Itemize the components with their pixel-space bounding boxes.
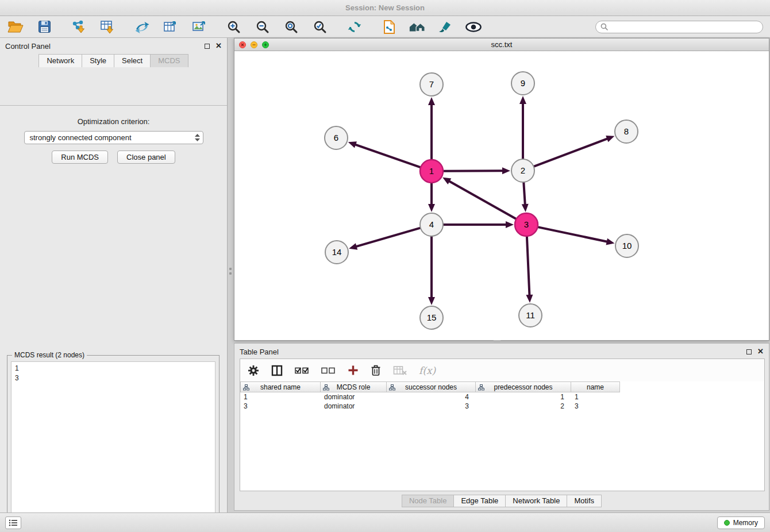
tab-style[interactable]: Style [82, 54, 114, 67]
close-table-panel-icon[interactable]: ✕ [757, 349, 764, 354]
node-label: 9 [521, 78, 525, 88]
network-edge-2-8[interactable] [534, 139, 607, 167]
run-mcds-button[interactable]: Run MCDS [52, 151, 108, 164]
float-panel-icon[interactable] [205, 44, 210, 49]
maximize-window-icon[interactable] [262, 41, 269, 48]
network-edge-1-2[interactable] [443, 171, 502, 171]
cell-predecessor-nodes[interactable]: 2 [476, 402, 571, 410]
search-field[interactable] [595, 21, 763, 33]
optimization-criterion-select[interactable]: strongly connected component [24, 131, 203, 144]
optimization-criterion-label: Optimization criterion: [0, 117, 227, 126]
select-all-columns-button[interactable] [295, 366, 309, 375]
zoom-fit-button[interactable] [283, 19, 300, 35]
network-node-4[interactable]: 4 [420, 213, 443, 236]
create-column-button[interactable] [348, 365, 359, 376]
network-node-6[interactable]: 6 [325, 126, 348, 149]
network-node-1[interactable]: 1 [420, 160, 443, 183]
function-builder-button[interactable]: f(x) [419, 365, 436, 376]
splitter-grip-icon [229, 268, 232, 275]
network-window-title: scc.txt [491, 40, 513, 49]
network-canvas[interactable]: 7968124314101511 [234, 51, 769, 340]
save-session-button[interactable] [36, 19, 53, 35]
table-row[interactable]: 1 dominator 4 1 1 [240, 392, 764, 402]
delete-table-button[interactable] [393, 365, 407, 376]
column-header-mcds-role[interactable]: MCDS role [321, 381, 387, 392]
network-node-7[interactable]: 7 [420, 73, 443, 96]
tab-network[interactable]: Network [38, 54, 82, 67]
import-network-button[interactable] [70, 19, 87, 35]
tab-select[interactable]: Select [114, 54, 150, 67]
search-input[interactable] [611, 23, 758, 31]
cell-predecessor-nodes[interactable]: 1 [476, 393, 571, 401]
task-history-button[interactable] [5, 516, 21, 529]
refresh-button[interactable] [346, 19, 363, 35]
visibility-button[interactable] [465, 19, 482, 35]
unselect-all-columns-button[interactable] [321, 366, 336, 375]
new-table-button[interactable] [162, 19, 179, 35]
table-row[interactable]: 3 dominator 3 2 3 [240, 402, 764, 411]
tab-node-table[interactable]: Node Table [402, 495, 454, 507]
table-settings-button[interactable] [248, 365, 259, 376]
minimize-window-icon[interactable] [251, 41, 257, 48]
mcds-result-list[interactable]: 1 3 [11, 361, 215, 532]
open-file-button[interactable] [7, 19, 24, 35]
close-panel-icon[interactable]: ✕ [215, 43, 222, 49]
tab-network-table[interactable]: Network Table [505, 495, 567, 507]
network-node-8[interactable]: 8 [615, 120, 638, 143]
node-table-header: shared name MCDS role [240, 381, 764, 392]
clone-network-button[interactable] [380, 19, 398, 35]
float-table-panel-icon[interactable] [746, 349, 752, 354]
column-header-name[interactable]: name [571, 381, 620, 392]
cell-mcds-role[interactable]: dominator [321, 393, 387, 401]
memory-button[interactable]: Memory [717, 516, 765, 529]
network-node-11[interactable]: 11 [519, 304, 542, 327]
table-arrow-icon [163, 20, 178, 34]
network-node-10[interactable]: 10 [615, 234, 638, 257]
style-button[interactable] [437, 19, 454, 35]
column-header-shared-name[interactable]: shared name [240, 381, 321, 392]
network-edge-3-10[interactable] [538, 227, 607, 241]
column-header-predecessor-nodes[interactable]: predecessor nodes [476, 381, 571, 392]
network-edge-2-3[interactable] [523, 182, 525, 204]
tab-mcds[interactable]: MCDS [150, 54, 188, 67]
show-columns-button[interactable] [271, 365, 283, 376]
network-edge-3-1[interactable] [449, 182, 516, 219]
network-node-2[interactable]: 2 [511, 159, 534, 182]
cell-mcds-role[interactable]: dominator [321, 402, 387, 410]
network-node-15[interactable]: 15 [420, 306, 443, 329]
import-table-button[interactable] [99, 19, 116, 35]
network-node-3[interactable]: 3 [515, 213, 538, 236]
horizontal-splitter-grip-icon[interactable] [493, 340, 501, 342]
export-image-button[interactable] [191, 19, 208, 35]
eye-icon [465, 21, 482, 33]
close-panel-button[interactable]: Close panel [117, 151, 175, 164]
network-node-9[interactable]: 9 [511, 72, 534, 95]
delete-column-button[interactable] [371, 364, 381, 376]
cell-name[interactable]: 1 [571, 393, 620, 401]
close-window-icon[interactable] [239, 41, 246, 48]
refresh-icon [347, 20, 362, 34]
tab-edge-table[interactable]: Edge Table [453, 495, 505, 507]
network-node-14[interactable]: 14 [325, 241, 348, 264]
cell-shared-name[interactable]: 1 [240, 393, 321, 401]
zoom-selected-button[interactable] [311, 19, 329, 35]
cell-shared-name[interactable]: 3 [240, 402, 321, 410]
mcds-result-title: MCDS result (2 nodes) [12, 351, 87, 359]
control-panel-header: Control Panel ✕ [0, 38, 227, 54]
new-network-button[interactable] [133, 19, 151, 35]
mcds-result-line: 1 [15, 364, 211, 373]
network-edge-1-6[interactable] [356, 145, 421, 168]
cell-name[interactable]: 3 [571, 402, 620, 410]
zoom-in-button[interactable] [225, 19, 242, 35]
cell-successor-nodes[interactable]: 3 [387, 402, 476, 410]
tab-motifs[interactable]: Motifs [567, 495, 602, 507]
network-window-titlebar[interactable]: scc.txt [234, 38, 769, 51]
network-edge-4-14[interactable] [357, 228, 421, 246]
panel-splitter[interactable] [228, 38, 234, 512]
column-header-successor-nodes[interactable]: successor nodes [387, 381, 476, 392]
document-network-icon [383, 20, 395, 34]
home-button[interactable] [409, 19, 426, 35]
cell-successor-nodes[interactable]: 4 [387, 393, 476, 401]
zoom-out-button[interactable] [254, 19, 271, 35]
network-edge-3-11[interactable] [527, 236, 530, 295]
